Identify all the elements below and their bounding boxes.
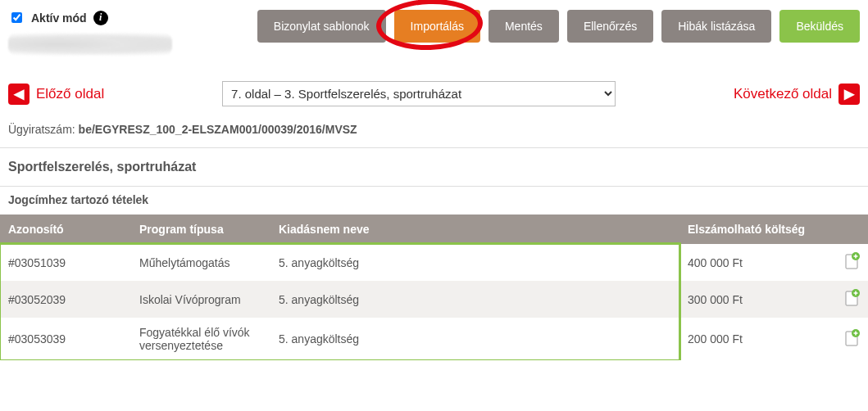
check-button[interactable]: Ellenőrzés <box>567 10 653 43</box>
cell-kiad: 5. anyagköltség <box>270 318 679 360</box>
errors-button[interactable]: Hibák listázása <box>661 10 771 43</box>
active-mode-toggle[interactable]: Aktív mód i <box>8 10 172 25</box>
cell-id: #03052039 <box>0 281 131 318</box>
file-reference: Ügyiratszám: be/EGYRESZ_100_2-ELSZAM001/… <box>0 123 868 147</box>
add-document-icon[interactable] <box>843 289 860 309</box>
redacted-area <box>8 32 172 56</box>
import-button[interactable]: Importálás <box>394 10 480 43</box>
items-table: Azonosító Program típusa Kiadásnem neve … <box>0 215 868 360</box>
info-icon[interactable]: i <box>93 11 108 25</box>
table-row: #03051039 Műhelytámogatás 5. anyagköltsé… <box>0 244 868 281</box>
cell-id: #03053039 <box>0 318 131 360</box>
cell-prog: Iskolai Vívóprogram <box>131 281 270 318</box>
cell-prog: Fogyatékkal élő vívók versenyeztetése <box>131 318 270 360</box>
cell-kiad: 5. anyagköltség <box>270 244 679 281</box>
th-prog: Program típusa <box>131 215 270 244</box>
cell-cost: 200 000 Ft <box>679 318 835 360</box>
table-row: #03052039 Iskolai Vívóprogram 5. anyagkö… <box>0 281 868 318</box>
cell-kiad: 5. anyagköltség <box>270 281 679 318</box>
next-page-button[interactable]: ▶ <box>838 84 860 105</box>
th-id: Azonosító <box>0 215 131 244</box>
page-select[interactable]: 7. oldal – 3. Sportfelszerelés, sportruh… <box>222 81 616 106</box>
th-cost: Elszámolható költség <box>679 215 835 244</box>
submit-button[interactable]: Beküldés <box>779 10 860 43</box>
cell-cost: 300 000 Ft <box>679 281 835 318</box>
add-document-icon[interactable] <box>843 329 860 350</box>
cell-id: #03051039 <box>0 244 131 281</box>
table-row: #03053039 Fogyatékkal élő vívók versenye… <box>0 318 868 360</box>
cell-prog: Műhelytámogatás <box>131 244 270 281</box>
active-mode-checkbox[interactable] <box>11 12 22 23</box>
save-button[interactable]: Mentés <box>489 10 559 43</box>
prev-page-button[interactable]: ◀ <box>8 84 30 105</box>
section-title: Sportfelszerelés, sportruházat <box>0 148 868 186</box>
add-document-icon[interactable] <box>843 252 860 273</box>
section-subtitle: Jogcímhez tartozó tételek <box>0 187 868 215</box>
templates-button[interactable]: Bizonylat sablonok <box>257 10 386 43</box>
th-kiad: Kiadásnem neve <box>270 215 679 244</box>
cell-cost: 400 000 Ft <box>679 244 835 281</box>
active-mode-label: Aktív mód <box>31 11 87 25</box>
prev-page-label[interactable]: Előző oldal <box>36 86 104 102</box>
next-page-label[interactable]: Következő oldal <box>734 86 832 102</box>
